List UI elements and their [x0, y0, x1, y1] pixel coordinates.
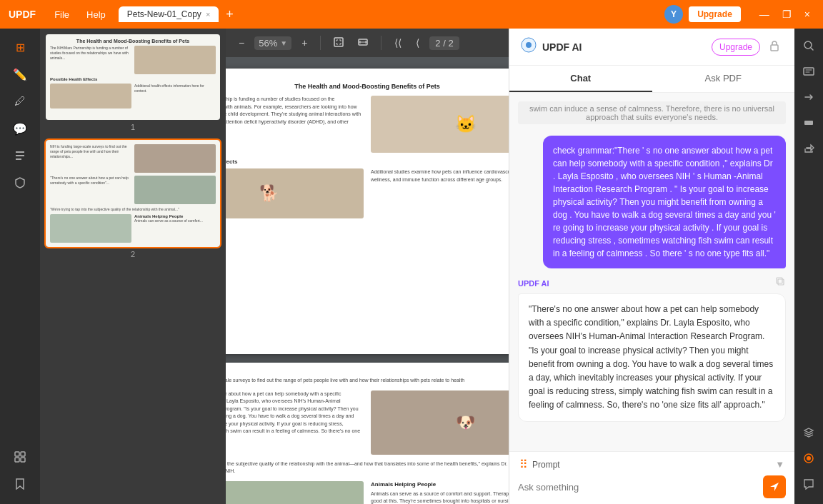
right-share-icon[interactable]	[797, 137, 820, 160]
zoom-value: 56%	[259, 38, 277, 49]
left-sidebar: ⊞ ✏️ 🖊 💬	[0, 29, 40, 504]
prev-page-button[interactable]: ⟨	[412, 34, 424, 51]
right-convert-icon[interactable]	[797, 86, 820, 109]
send-button[interactable]	[763, 475, 786, 498]
ai-header: UPDF AI Upgrade	[509, 29, 794, 66]
pdf-viewer: − 56% ▼ + ⟨⟨ ⟨ 2 / 2	[226, 29, 509, 504]
right-redact-icon[interactable]	[797, 111, 820, 134]
tab-close-icon[interactable]: ×	[206, 10, 210, 19]
page-2-number: 2	[46, 250, 220, 258]
file-menu[interactable]: File	[47, 6, 76, 23]
svg-rect-3	[15, 452, 19, 456]
user-avatar[interactable]: Y	[664, 5, 683, 24]
page-1-number: 1	[46, 123, 220, 131]
sidebar-item-organize[interactable]	[6, 444, 34, 470]
sidebar-item-protect[interactable]	[6, 170, 34, 196]
ai-panel: UPDF AI Upgrade Chat Ask PDF swim can in…	[509, 29, 794, 504]
thumbnail-page-1[interactable]: The Health and Mood-Boosting Benefits of…	[46, 34, 220, 131]
tab-bar: Pets-New-01_Copy × +	[119, 6, 664, 24]
thumbnail-page-2[interactable]: NIH is funding large-scale surveys to fi…	[46, 140, 220, 258]
new-tab-button[interactable]: +	[220, 6, 239, 24]
ai-header-left: UPDF AI	[521, 37, 582, 56]
assistant-header: UPDF AI	[518, 277, 786, 289]
right-layers-icon[interactable]	[797, 421, 820, 444]
app-logo: UPDF	[9, 9, 36, 20]
maximize-button[interactable]: ❐	[778, 7, 796, 21]
ai-lock-icon[interactable]	[766, 39, 783, 56]
right-chat-icon[interactable]	[797, 473, 820, 495]
input-row	[518, 475, 786, 498]
thumbnail-panel[interactable]: The Health and Mood-Boosting Benefits of…	[40, 29, 226, 504]
minimize-button[interactable]: —	[755, 7, 774, 21]
svg-rect-15	[804, 68, 814, 75]
svg-rect-0	[16, 151, 24, 153]
main-layout: ⊞ ✏️ 🖊 💬 The Health and Mood-Boosting Be…	[0, 29, 823, 504]
pdf-page-1: The Health and Mood-Boosting Benefits of…	[226, 69, 509, 354]
page-display: 2 / 2	[429, 36, 459, 50]
svg-point-18	[807, 456, 811, 460]
menu-bar: File Help	[47, 6, 113, 23]
window-controls: — ❐ ×	[755, 7, 814, 21]
svg-rect-16	[804, 121, 813, 125]
svg-rect-13	[777, 278, 782, 283]
prompt-label: ⠿ Prompt	[519, 458, 560, 471]
zoom-out-button[interactable]: −	[234, 34, 249, 51]
prompt-dots-icon: ⠿	[519, 458, 528, 471]
fit-page-button[interactable]	[329, 34, 348, 52]
ai-tabs: Chat Ask PDF	[509, 66, 794, 93]
svg-rect-12	[778, 279, 784, 285]
tab-label: Pets-New-01_Copy	[127, 9, 201, 19]
ai-logo-icon	[521, 37, 537, 56]
header-controls: Y Upgrade — ❐ ×	[664, 5, 814, 24]
document-tab[interactable]: Pets-New-01_Copy ×	[119, 6, 219, 22]
help-menu[interactable]: Help	[79, 6, 113, 23]
prompt-label-text: Prompt	[532, 460, 560, 470]
sidebar-item-comment[interactable]: 💬	[6, 116, 34, 141]
zoom-in-button[interactable]: +	[297, 34, 311, 51]
svg-rect-1	[16, 155, 24, 156]
right-ai-icon[interactable]	[797, 447, 820, 470]
sidebar-item-bookmark[interactable]	[6, 471, 34, 497]
pdf-toolbar: − 56% ▼ + ⟨⟨ ⟨ 2 / 2	[226, 29, 509, 57]
context-text: swim can induce a sense of calmness. The…	[518, 101, 786, 124]
first-page-button[interactable]: ⟨⟨	[390, 34, 406, 51]
ask-input[interactable]	[518, 482, 757, 493]
zoom-display: 56% ▼	[254, 36, 291, 50]
tab-chat[interactable]: Chat	[509, 66, 652, 92]
sidebar-item-edit[interactable]: ✏️	[6, 61, 34, 87]
user-message: check grammar:"There ' s no one answer a…	[543, 136, 786, 268]
right-search-icon[interactable]	[797, 34, 820, 57]
ai-messages[interactable]: swim can induce a sense of calmness. The…	[509, 93, 794, 451]
sidebar-item-thumbnail[interactable]: ⊞	[6, 34, 34, 60]
ai-upgrade-button[interactable]: Upgrade	[712, 39, 760, 56]
right-ocr-icon[interactable]	[797, 60, 820, 83]
pdf-page-2: NIH is funding large-scale surveys to fi…	[226, 363, 509, 504]
upgrade-button[interactable]: Upgrade	[689, 6, 741, 22]
ai-prompt-bar: ⠿ Prompt ▼	[509, 451, 794, 504]
zoom-dropdown-icon[interactable]: ▼	[280, 39, 287, 47]
svg-rect-6	[21, 458, 25, 462]
svg-rect-4	[21, 452, 25, 456]
svg-rect-2	[16, 158, 21, 160]
prompt-header: ⠿ Prompt ▼	[518, 458, 786, 471]
assistant-name: UPDF AI	[518, 279, 549, 288]
right-sidebar	[794, 29, 823, 504]
assistant-message-wrapper: UPDF AI "There's no one answer about how…	[518, 277, 786, 422]
copy-icon[interactable]	[776, 277, 786, 289]
tab-ask-pdf[interactable]: Ask PDF	[652, 66, 795, 92]
current-page: 2	[435, 38, 440, 49]
pdf-content[interactable]: The Health and Mood-Boosting Benefits of…	[226, 57, 509, 504]
svg-rect-7	[334, 38, 343, 46]
fit-width-button[interactable]	[354, 34, 372, 52]
ai-panel-title: UPDF AI	[542, 41, 582, 53]
prompt-chevron-icon[interactable]: ▼	[775, 459, 784, 470]
assistant-message: "There's no one answer about how a pet c…	[518, 293, 786, 422]
sidebar-item-form[interactable]	[6, 143, 34, 168]
sidebar-item-annotate[interactable]: 🖊	[6, 89, 34, 114]
svg-point-10	[526, 42, 532, 48]
close-button[interactable]: ×	[800, 7, 814, 21]
svg-rect-11	[771, 45, 778, 51]
ai-header-right: Upgrade	[712, 39, 783, 56]
title-bar: UPDF File Help Pets-New-01_Copy × + Y Up…	[0, 0, 823, 29]
svg-rect-5	[15, 458, 19, 462]
